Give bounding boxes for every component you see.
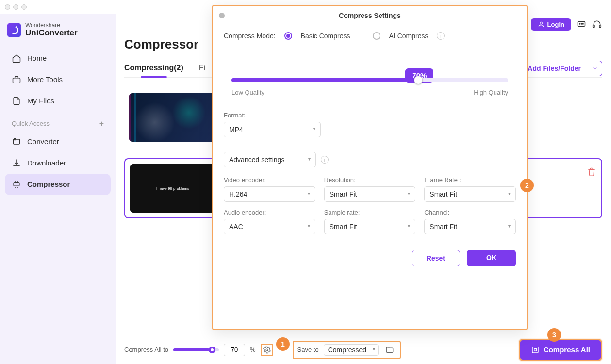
svg-rect-9	[593, 25, 594, 28]
login-label: Login	[547, 21, 564, 28]
samplerate-label: Sample rate:	[324, 209, 416, 216]
converter-icon	[12, 137, 21, 147]
sidebar-item-downloader[interactable]: Downloader	[5, 152, 111, 174]
reset-button[interactable]: Reset	[412, 250, 460, 266]
info-icon[interactable]: i	[437, 32, 445, 40]
quality-slider-area: 70% Low Quality High Quality	[224, 47, 516, 100]
open-folder-icon[interactable]	[383, 344, 396, 356]
sidebar: Wondershare UniConverter Home More Tools…	[0, 14, 116, 364]
compress-all-slider[interactable]	[173, 348, 219, 351]
radio-ai-compress[interactable]	[373, 32, 380, 40]
quality-slider[interactable]	[231, 78, 508, 82]
add-files-label: Add Files/Folder	[528, 65, 581, 72]
svg-point-4	[540, 22, 542, 24]
modal-close-icon[interactable]	[219, 13, 225, 18]
thumbnail-caption: I have 99 problems	[156, 186, 189, 191]
svg-point-7	[581, 23, 582, 24]
video-encoder-label: Video encoder:	[224, 176, 315, 183]
sidebar-item-converter[interactable]: Converter	[5, 131, 111, 152]
compress-mode-label: Compress Mode:	[224, 32, 276, 40]
home-icon	[12, 53, 21, 63]
framerate-select[interactable]: Smart Fit	[424, 186, 516, 202]
modal-title: Compress Settings	[339, 12, 401, 19]
video-thumbnail	[129, 93, 215, 142]
sidebar-item-myfiles[interactable]: My Files	[5, 90, 111, 112]
quick-access-header: Quick Access +	[5, 112, 111, 131]
save-to-select[interactable]: Compressed	[324, 344, 379, 356]
svg-rect-10	[599, 25, 601, 28]
radio-basic-compress[interactable]	[284, 32, 292, 40]
support-icon[interactable]	[592, 19, 602, 30]
svg-rect-0	[13, 78, 20, 83]
traffic-min-icon[interactable]	[13, 4, 18, 10]
sidebar-item-label: Converter	[27, 137, 59, 146]
save-to-label: Save to	[297, 346, 319, 353]
info-icon[interactable]: i	[321, 156, 329, 164]
format-label: Format:	[224, 112, 516, 119]
file-icon	[12, 96, 21, 106]
svg-point-8	[583, 23, 584, 24]
compress-settings-modal: Compress Settings Compress Mode: Basic C…	[212, 5, 528, 330]
logo-mark-icon	[7, 23, 21, 37]
compress-percent-input[interactable]: 70	[224, 344, 245, 356]
chat-icon[interactable]	[576, 19, 587, 30]
brand-big: UniConverter	[25, 29, 78, 38]
sidebar-item-label: Downloader	[27, 159, 66, 167]
low-quality-label: Low Quality	[231, 89, 264, 96]
sidebar-item-label: Home	[27, 54, 47, 62]
toolbox-icon	[12, 75, 21, 84]
sidebar-item-home[interactable]: Home	[5, 48, 111, 69]
save-to-block: Save to Compressed	[293, 341, 401, 359]
channel-label: Channel:	[424, 209, 516, 216]
tab-compressing[interactable]: Compressing(2)	[124, 60, 183, 77]
samplerate-select[interactable]: Smart Fit	[324, 219, 416, 234]
advanced-settings-select[interactable]: Advanced settings	[224, 152, 316, 167]
svg-rect-3	[14, 183, 19, 186]
ok-button[interactable]: OK	[467, 250, 516, 266]
annotation-badge-2: 2	[520, 179, 534, 192]
compressor-icon	[12, 180, 21, 189]
channel-select[interactable]: Smart Fit	[424, 219, 516, 234]
trash-icon[interactable]	[587, 167, 596, 177]
video-encoder-select[interactable]: H.264	[224, 186, 315, 202]
traffic-close-icon[interactable]	[5, 4, 10, 10]
app-logo: Wondershare UniConverter	[5, 17, 111, 48]
framerate-label: Frame Rate :	[424, 176, 516, 183]
percent-sign: %	[250, 346, 256, 353]
bottom-bar: Compress All to 70 % Save to Compressed	[116, 335, 611, 364]
sidebar-item-moretools[interactable]: More Tools	[5, 69, 111, 90]
annotation-badge-1: 1	[276, 337, 290, 351]
plus-icon[interactable]: +	[99, 119, 104, 128]
compress-all-to-label: Compress All to	[124, 346, 168, 353]
audio-encoder-select[interactable]: AAC	[224, 219, 315, 234]
sidebar-item-label: My Files	[27, 97, 54, 105]
tab-finished[interactable]: Fi	[199, 60, 205, 77]
video-thumbnail: I have 99 problems	[130, 164, 215, 213]
compress-mode-row: Compress Mode: Basic Compress AI Compres…	[224, 32, 516, 47]
compress-all-icon	[531, 346, 540, 354]
sidebar-item-label: Compressor	[27, 180, 70, 188]
annotation-badge-3: 3	[547, 328, 561, 342]
login-button[interactable]: Login	[531, 18, 571, 31]
basic-compress-label: Basic Compress	[301, 32, 350, 40]
svg-point-11	[266, 349, 268, 351]
svg-rect-12	[532, 347, 538, 353]
audio-encoder-label: Audio encoder:	[224, 209, 315, 216]
resolution-select[interactable]: Smart Fit	[324, 186, 416, 202]
compress-all-button[interactable]: Compress All	[519, 339, 602, 361]
high-quality-label: High Quality	[474, 89, 508, 96]
add-files-dropdown[interactable]	[588, 61, 602, 76]
ai-compress-label: AI Compress	[389, 32, 429, 40]
compress-all-label: Compress All	[544, 346, 590, 354]
modal-header: Compress Settings	[213, 6, 527, 25]
user-icon	[538, 21, 545, 28]
chevron-down-icon	[592, 66, 598, 71]
quick-access-label: Quick Access	[12, 120, 50, 127]
sidebar-item-label: More Tools	[27, 75, 63, 83]
traffic-max-icon[interactable]	[21, 4, 27, 10]
format-select[interactable]: MP4	[224, 122, 321, 137]
resolution-label: Resolution:	[324, 176, 416, 183]
settings-gear-button[interactable]	[261, 344, 273, 356]
sidebar-item-compressor[interactable]: Compressor	[5, 174, 111, 195]
download-icon	[12, 158, 21, 168]
